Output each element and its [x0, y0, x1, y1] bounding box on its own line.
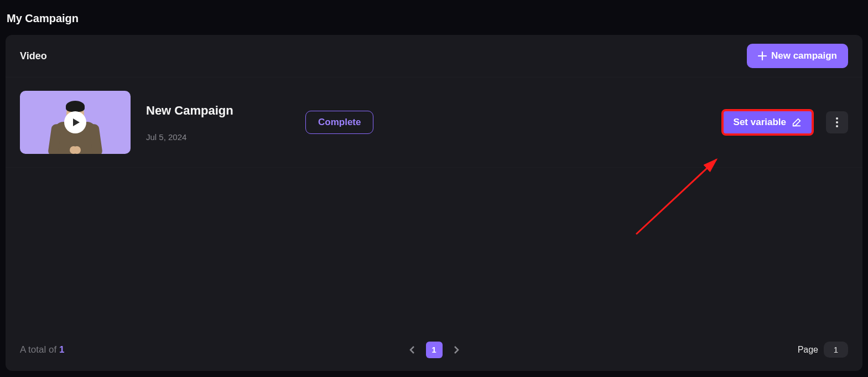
- chevron-right-icon: [454, 346, 459, 354]
- svg-point-2: [836, 125, 838, 127]
- pagination: 1: [404, 342, 465, 358]
- play-icon: [64, 111, 86, 133]
- campaign-date: Jul 5, 2024: [146, 132, 290, 142]
- page-input[interactable]: [824, 342, 848, 358]
- total-count: A total of 1: [20, 344, 64, 355]
- page-title: My Campaign: [0, 0, 868, 25]
- more-vertical-icon: [836, 117, 838, 127]
- campaign-panel: Video New campaign New Campaign: [6, 35, 862, 371]
- total-number: 1: [59, 344, 64, 355]
- total-prefix: A total of: [20, 344, 59, 355]
- panel-footer: A total of 1 1 Page: [6, 334, 862, 371]
- page-label: Page: [798, 345, 818, 355]
- set-variable-button[interactable]: Set variable: [721, 109, 814, 136]
- campaign-row: New Campaign Jul 5, 2024 Complete Set va…: [6, 78, 862, 168]
- tab-video[interactable]: Video: [20, 50, 47, 62]
- campaign-title: New Campaign: [146, 104, 290, 118]
- set-variable-label: Set variable: [734, 117, 786, 128]
- campaign-meta: New Campaign Jul 5, 2024: [146, 104, 290, 142]
- campaign-thumbnail[interactable]: [20, 91, 131, 154]
- new-campaign-label: New campaign: [771, 50, 837, 61]
- panel-header: Video New campaign: [6, 35, 862, 78]
- page-jump: Page: [798, 342, 848, 358]
- page-next-button[interactable]: [448, 342, 465, 358]
- status-badge: Complete: [305, 111, 373, 134]
- campaign-list: New Campaign Jul 5, 2024 Complete Set va…: [6, 78, 862, 334]
- plus-icon: [758, 51, 767, 60]
- chevron-left-icon: [409, 346, 415, 354]
- svg-point-0: [836, 117, 838, 120]
- edit-icon: [792, 117, 802, 127]
- page-prev-button[interactable]: [404, 342, 420, 358]
- page-number-button[interactable]: 1: [426, 342, 443, 358]
- new-campaign-button[interactable]: New campaign: [747, 44, 848, 68]
- svg-point-1: [836, 121, 838, 123]
- more-options-button[interactable]: [826, 111, 848, 133]
